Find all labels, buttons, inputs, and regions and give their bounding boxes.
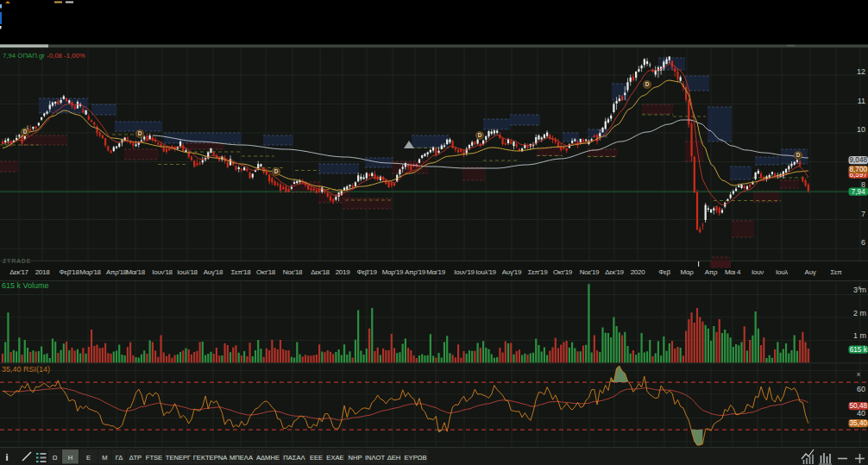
svg-text:2 m: 2 m [853, 309, 866, 317]
svg-text:Σεπ: Σεπ [830, 268, 842, 276]
svg-text:FTSE: FTSE [146, 454, 162, 462]
svg-text:D: D [478, 132, 482, 138]
svg-text:Αυγ'19: Αυγ'19 [502, 268, 522, 276]
svg-text:Ιουν'18: Ιουν'18 [152, 268, 173, 276]
svg-text:D: D [23, 129, 28, 135]
svg-text:Δεκ'19: Δεκ'19 [605, 268, 624, 276]
svg-text:Αυγ: Αυγ [805, 268, 816, 276]
svg-text:Φεβ: Φεβ [658, 268, 670, 276]
svg-text:Φεβ'18: Φεβ'18 [59, 268, 79, 276]
svg-text:Απρ'18: Απρ'18 [106, 268, 128, 276]
svg-text:x: x [857, 370, 860, 378]
svg-text:Δεκ'18: Δεκ'18 [311, 268, 330, 276]
svg-text:Μαι'19: Μαι'19 [426, 268, 446, 276]
svg-text:ZTRADE: ZTRADE [3, 258, 31, 264]
svg-text:Σεπ'18: Σεπ'18 [231, 268, 252, 276]
svg-text:Οκτ'18: Οκτ'18 [256, 268, 276, 276]
svg-text:12: 12 [857, 67, 865, 76]
svg-text:Ω: Ω [53, 454, 58, 462]
svg-text:Νοε'19: Νοε'19 [580, 268, 600, 276]
svg-text:Ιουλ'19: Ιουλ'19 [475, 268, 496, 276]
svg-text:Δεκ'17: Δεκ'17 [9, 268, 28, 276]
svg-text:9,048: 9,048 [850, 156, 868, 164]
svg-text:ΔΤΡ: ΔΤΡ [129, 454, 142, 462]
svg-text:Μ: Μ [102, 454, 107, 462]
svg-text:Απρ: Απρ [705, 268, 718, 276]
svg-text:ΝΗΡ: ΝΗΡ [348, 454, 362, 462]
svg-text:Η: Η [68, 454, 72, 462]
svg-text:x: x [858, 284, 861, 292]
svg-text:Ιουλ'18: Ιουλ'18 [177, 268, 198, 276]
svg-text:2020: 2020 [631, 268, 645, 276]
svg-text:35,40: 35,40 [850, 419, 868, 427]
svg-text:ΙΝΛΟΤ: ΙΝΛΟΤ [365, 454, 385, 462]
svg-text:ΕΥΡΩΒ: ΕΥΡΩΒ [405, 454, 427, 462]
svg-text:Μαρ: Μαρ [681, 268, 695, 276]
svg-text:ΕΧΑΕ: ΕΧΑΕ [326, 454, 343, 462]
svg-text:ΓΔ: ΓΔ [116, 454, 123, 462]
svg-text:40: 40 [857, 409, 865, 418]
svg-text:615 k Volume: 615 k Volume [2, 281, 49, 290]
svg-text:Μαρ'18: Μαρ'18 [79, 268, 101, 276]
svg-text:7: 7 [861, 210, 865, 218]
svg-text:60: 60 [857, 385, 865, 393]
svg-text:ΓΕΚΤΕΡΝΑ: ΓΕΚΤΕΡΝΑ [193, 454, 229, 462]
svg-text:Απρ'19: Απρ'19 [405, 268, 426, 276]
svg-text:Ιουν'19: Ιουν'19 [454, 268, 475, 276]
svg-text:7,94 ΟΠΑΠ.gr -0,08 -1,00%: 7,94 ΟΠΑΠ.gr -0,08 -1,00% [3, 52, 85, 60]
svg-text:11: 11 [858, 97, 865, 105]
svg-text:D: D [138, 130, 142, 136]
svg-text:8,700: 8,700 [850, 166, 868, 173]
svg-text:Αυγ'18: Αυγ'18 [204, 268, 223, 276]
svg-text:7,94: 7,94 [852, 188, 865, 196]
svg-text:Οκτ'19: Οκτ'19 [553, 268, 573, 276]
svg-text:2018: 2018 [35, 268, 50, 276]
svg-text:Μαρ'19: Μαρ'19 [382, 268, 404, 276]
svg-text:Φεβ'19: Φεβ'19 [356, 268, 377, 276]
svg-text:ΜΠΕΛΑ: ΜΠΕΛΑ [230, 454, 254, 462]
svg-text:Ιουλ: Ιουλ [776, 268, 788, 276]
svg-text:Μαι 4: Μαι 4 [725, 268, 741, 276]
svg-text:D: D [274, 168, 279, 174]
svg-text:ΕΕΕ: ΕΕΕ [310, 454, 323, 462]
svg-text:10: 10 [857, 125, 865, 134]
svg-text:1 m: 1 m [853, 331, 866, 340]
svg-text:ΠΑΣΑΛ: ΠΑΣΑΛ [283, 454, 305, 462]
svg-text:50,48: 50,48 [850, 402, 868, 410]
svg-text:Ιουν: Ιουν [752, 268, 764, 276]
svg-text:Ε: Ε [86, 454, 91, 462]
svg-text:6: 6 [861, 238, 865, 247]
svg-text:615 k: 615 k [850, 346, 868, 354]
svg-text:D: D [645, 81, 650, 87]
svg-text:ΤΕΝΕΡΓ: ΤΕΝΕΡΓ [166, 454, 192, 462]
svg-text:ΑΔΜΗΕ: ΑΔΜΗΕ [256, 454, 280, 462]
svg-text:2019: 2019 [336, 268, 350, 276]
svg-text:35,40 RSI(14): 35,40 RSI(14) [2, 365, 50, 374]
svg-text:Μαι'18: Μαι'18 [126, 268, 146, 276]
svg-text:ΔΕΗ: ΔΕΗ [387, 454, 401, 462]
svg-text:Νοε'18: Νοε'18 [283, 268, 303, 276]
svg-text:Σεπ'19: Σεπ'19 [528, 268, 549, 276]
svg-text:i: i [5, 452, 8, 462]
svg-text:D: D [796, 152, 801, 158]
